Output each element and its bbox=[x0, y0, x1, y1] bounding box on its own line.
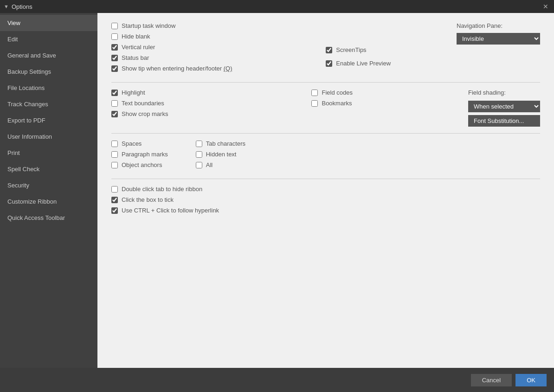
vertical-ruler-row: Vertical ruler bbox=[111, 44, 232, 51]
sidebar-item-security[interactable]: Security bbox=[0, 177, 97, 193]
sidebar-item-print[interactable]: Print bbox=[0, 145, 97, 161]
separator-2 bbox=[111, 133, 540, 134]
sidebar-item-view[interactable]: View bbox=[0, 15, 97, 31]
screentips-label: ScreenTips bbox=[336, 46, 366, 53]
startup-task-window-checkbox[interactable] bbox=[111, 23, 118, 29]
bottom-mid-checkboxes: Tab characters Hidden text All bbox=[196, 140, 245, 172]
tab-characters-row: Tab characters bbox=[196, 140, 245, 147]
nav-pane-block: Navigation Pane: Invisible Show Auto bbox=[457, 22, 540, 45]
field-codes-label: Field codes bbox=[322, 89, 352, 96]
bookmarks-row: Bookmarks bbox=[311, 100, 352, 107]
sidebar-item-file-locations[interactable]: File Locations bbox=[0, 80, 97, 96]
nav-pane-label: Navigation Pane: bbox=[457, 22, 540, 29]
sidebar: View Edit General and Save Backup Settin… bbox=[0, 13, 97, 368]
footer: Cancel OK bbox=[0, 368, 554, 392]
all-label: All bbox=[206, 161, 213, 168]
nav-pane-select[interactable]: Invisible Show Auto bbox=[457, 33, 540, 45]
vertical-ruler-checkbox[interactable] bbox=[111, 44, 118, 51]
highlight-label: Highlight bbox=[122, 89, 145, 96]
double-click-tab-label: Double click tab to hide ribbon bbox=[122, 186, 202, 193]
enable-live-preview-row: Enable Live Preview bbox=[326, 60, 391, 67]
all-row: All bbox=[196, 161, 245, 168]
show-tip-header-checkbox[interactable] bbox=[111, 65, 118, 72]
click-box-to-tick-row: Click the box to tick bbox=[111, 196, 540, 203]
sidebar-item-customize-ribbon[interactable]: Customize Ribbon bbox=[0, 193, 97, 210]
sidebar-item-general-and-save[interactable]: General and Save bbox=[0, 47, 97, 64]
vertical-ruler-label: Vertical ruler bbox=[122, 44, 155, 51]
spaces-checkbox[interactable] bbox=[111, 141, 118, 147]
object-anchors-row: Object anchors bbox=[111, 161, 168, 168]
enable-live-preview-checkbox[interactable] bbox=[326, 60, 332, 67]
sidebar-item-quick-access-toolbar[interactable]: Quick Access Toolbar bbox=[0, 210, 97, 226]
show-crop-marks-label: Show crop marks bbox=[122, 110, 168, 117]
sidebar-item-edit[interactable]: Edit bbox=[0, 31, 97, 47]
all-checkbox[interactable] bbox=[196, 162, 202, 168]
show-crop-marks-checkbox[interactable] bbox=[111, 111, 118, 117]
hide-blank-label: Hide blank bbox=[122, 33, 150, 40]
mid-left-checkboxes: Highlight Text boundaries Show crop mark… bbox=[111, 89, 168, 121]
paragraph-marks-label: Paragraph marks bbox=[122, 151, 168, 158]
ok-button[interactable]: OK bbox=[515, 374, 547, 386]
bookmarks-label: Bookmarks bbox=[322, 100, 352, 107]
text-boundaries-label: Text boundaries bbox=[122, 100, 164, 107]
content-area: Startup task window Hide blank Vertical … bbox=[97, 13, 554, 368]
click-box-to-tick-checkbox[interactable] bbox=[111, 197, 118, 203]
field-shading-select[interactable]: When selected Never Always bbox=[468, 101, 540, 112]
hide-blank-row: Hide blank bbox=[111, 33, 232, 40]
field-shading-label: Field shading: bbox=[468, 89, 506, 96]
hidden-text-row: Hidden text bbox=[196, 151, 245, 158]
status-bar-label: Status bar bbox=[122, 54, 149, 61]
hidden-text-checkbox[interactable] bbox=[196, 151, 202, 158]
tab-characters-checkbox[interactable] bbox=[196, 141, 202, 147]
close-button[interactable]: ✕ bbox=[541, 3, 550, 10]
double-click-tab-row: Double click tab to hide ribbon bbox=[111, 186, 540, 193]
sidebar-item-backup-settings[interactable]: Backup Settings bbox=[0, 64, 97, 80]
highlight-row: Highlight bbox=[111, 89, 168, 96]
highlight-checkbox[interactable] bbox=[111, 90, 118, 96]
text-boundaries-row: Text boundaries bbox=[111, 100, 168, 107]
hide-blank-checkbox[interactable] bbox=[111, 33, 118, 40]
paragraph-marks-row: Paragraph marks bbox=[111, 151, 168, 158]
mid-mid-checkboxes: Field codes Bookmarks bbox=[311, 89, 352, 110]
screentips-row: ScreenTips bbox=[326, 46, 366, 53]
separator-1 bbox=[111, 82, 540, 83]
show-crop-marks-row: Show crop marks bbox=[111, 110, 168, 117]
hidden-text-label: Hidden text bbox=[206, 151, 237, 158]
dialog-body: View Edit General and Save Backup Settin… bbox=[0, 13, 554, 368]
final-checkboxes: Double click tab to hide ribbon Click th… bbox=[111, 186, 540, 214]
use-ctrl-click-label: Use CTRL + Click to follow hyperlink bbox=[122, 207, 219, 214]
spaces-row: Spaces bbox=[111, 140, 168, 147]
sidebar-item-user-information[interactable]: User Information bbox=[0, 129, 97, 145]
cancel-button[interactable]: Cancel bbox=[471, 374, 512, 386]
paragraph-marks-checkbox[interactable] bbox=[111, 151, 118, 158]
font-substitution-button[interactable]: Font Substitution... bbox=[468, 115, 540, 127]
top-mid-checkboxes: ScreenTips Enable Live Preview bbox=[326, 22, 391, 71]
status-bar-row: Status bar bbox=[111, 54, 232, 61]
sidebar-item-spell-check[interactable]: Spell Check bbox=[0, 161, 97, 177]
field-shading-block: Field shading: When selected Never Alway… bbox=[468, 89, 540, 127]
show-tip-header-row: Show tip when entering header/footer (Q) bbox=[111, 65, 232, 72]
enable-live-preview-label: Enable Live Preview bbox=[336, 60, 391, 67]
bookmarks-checkbox[interactable] bbox=[311, 100, 318, 107]
title-bar-arrow-icon[interactable]: ▼ bbox=[4, 4, 9, 9]
top-left-checkboxes: Startup task window Hide blank Vertical … bbox=[111, 22, 232, 76]
field-codes-row: Field codes bbox=[311, 89, 352, 96]
status-bar-checkbox[interactable] bbox=[111, 55, 118, 61]
separator-3 bbox=[111, 179, 540, 179]
text-boundaries-checkbox[interactable] bbox=[111, 100, 118, 107]
click-box-to-tick-label: Click the box to tick bbox=[122, 196, 174, 203]
object-anchors-label: Object anchors bbox=[122, 161, 162, 168]
spaces-label: Spaces bbox=[122, 140, 142, 147]
sidebar-item-export-to-pdf[interactable]: Export to PDF bbox=[0, 112, 97, 129]
show-tip-header-label: Show tip when entering header/footer (Q) bbox=[122, 65, 232, 72]
use-ctrl-click-checkbox[interactable] bbox=[111, 207, 118, 214]
field-codes-checkbox[interactable] bbox=[311, 90, 318, 96]
title-bar: ▼ Options ✕ bbox=[0, 0, 554, 13]
screentips-checkbox[interactable] bbox=[326, 47, 332, 53]
sidebar-item-track-changes[interactable]: Track Changes bbox=[0, 96, 97, 112]
dialog-title: Options bbox=[12, 3, 32, 10]
tab-characters-label: Tab characters bbox=[206, 140, 245, 147]
double-click-tab-checkbox[interactable] bbox=[111, 186, 118, 193]
startup-task-window-row: Startup task window bbox=[111, 22, 232, 29]
object-anchors-checkbox[interactable] bbox=[111, 162, 118, 168]
